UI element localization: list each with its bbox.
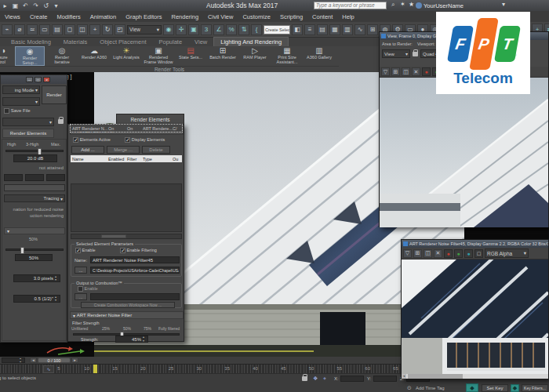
scene-explorer-icon[interactable]: ▦ — [329, 24, 340, 35]
renderer-dropdown[interactable]: ▾ — [2, 118, 54, 126]
scroll-left-arrow[interactable]: ◄ — [402, 374, 406, 379]
elements-hscrollbar[interactable] — [71, 234, 182, 239]
save-file-checkbox[interactable] — [4, 108, 9, 114]
absolute-mode-icon[interactable]: ❖ — [313, 376, 318, 382]
ribbon-tab[interactable]: View — [188, 38, 213, 46]
key-filters-button[interactable]: Key Filters... — [522, 384, 548, 392]
auto-key-icon[interactable]: ◆ — [511, 384, 519, 392]
menu-item[interactable]: Modifiers — [52, 13, 85, 20]
rfw-bottom-hscrollbar[interactable]: ◄ — [402, 374, 548, 379]
keyboard-shortcut-toggle-icon[interactable]: ▣ — [188, 24, 199, 35]
communication-center-icon[interactable]: ✶ — [400, 1, 405, 8]
ribbon-toggle-icon[interactable]: ▥ — [342, 24, 353, 35]
frame-spinner[interactable]: ▴▾ — [2, 358, 25, 363]
angle-snap-icon[interactable]: ∠ — [213, 24, 224, 35]
application-menu-icon[interactable]: ▸ — [0, 2, 10, 10]
add-button[interactable]: Add ... — [71, 146, 104, 154]
combustion-browse-button[interactable]: ... — [75, 293, 87, 300]
blue-channel-icon[interactable]: ● — [464, 249, 473, 258]
rollout-bar[interactable]: ▾ — [4, 227, 65, 234]
enable-checkbox[interactable] — [75, 248, 81, 253]
preset-dropdown[interactable]: ▾ — [2, 97, 40, 106]
diameter-field[interactable]: 0.5 (1/2)"▴▾ — [13, 295, 60, 303]
select-scale-icon[interactable]: ◰ — [115, 24, 125, 35]
element-name-field[interactable]: ART Renderer Noise Filter45 — [90, 256, 180, 263]
merge-button[interactable]: Merge ... — [107, 146, 140, 154]
undo-icon[interactable]: ↶ — [20, 2, 31, 10]
strength-value-field[interactable]: 45%▴▾ — [115, 336, 148, 343]
window-crossing-icon[interactable]: ◫ — [77, 24, 88, 35]
user-avatar-icon[interactable] — [416, 2, 422, 9]
favorites-icon[interactable]: ★ — [409, 1, 414, 8]
ribbon-button[interactable]: ▥ A360 Gallery — [304, 46, 334, 66]
ribbon-tab[interactable]: Object Placement — [93, 38, 152, 46]
scroll-thumb[interactable] — [408, 374, 463, 379]
coord-x-field[interactable] — [340, 376, 364, 382]
menu-item[interactable]: Scripting — [275, 13, 307, 20]
element-table-row[interactable]: ART Renderer N... On On ART Rendere... C… — [71, 125, 182, 132]
ribbon-button[interactable]: ▦ Print Size Assistant... — [272, 46, 302, 66]
workspace-dropdown-icon[interactable]: ▾ — [51, 2, 61, 10]
next-frame-button[interactable]: ► — [71, 358, 78, 363]
rect-selection-region-icon[interactable]: ◻ — [64, 24, 75, 35]
spinner-snap-icon[interactable]: ⇅ — [238, 24, 249, 35]
user-menu-chevron-icon[interactable]: ▾ — [502, 1, 505, 8]
time-slider-bar[interactable]: 0 / 100 — [38, 358, 71, 363]
create-combustion-workspace-button[interactable]: Create Combustion Workspace Now ... — [81, 302, 175, 308]
display-elements-checkbox[interactable] — [125, 137, 130, 143]
enable-filtering-checkbox[interactable] — [120, 248, 125, 253]
select-rotate-icon[interactable]: ↻ — [102, 24, 113, 35]
rfw-bottom-titlebar[interactable]: ART Renderer Noise Filter45, Display Gam… — [402, 240, 548, 248]
ribbon-button[interactable]: ▷ RAM Player — [240, 46, 270, 66]
tracing-dropdown[interactable]: Tracing ▾ — [4, 194, 65, 202]
noise-slider[interactable] — [5, 249, 64, 251]
ribbon-tab[interactable]: Populate — [153, 38, 189, 46]
signed-in-username[interactable]: YourUserName — [424, 2, 464, 9]
selection-lock-icon[interactable] — [302, 376, 307, 381]
menu-item[interactable]: Graph Editors — [121, 13, 166, 20]
time-field-3[interactable] — [46, 174, 65, 181]
select-and-link-icon[interactable]: ⌁ — [2, 24, 13, 35]
select-manipulate-icon[interactable]: ✢ — [176, 24, 187, 35]
rfw-bottom-render-canvas[interactable] — [402, 260, 548, 374]
menu-item[interactable]: Civil View — [203, 13, 238, 20]
select-move-icon[interactable]: + — [89, 24, 100, 35]
alpha-channel-icon[interactable]: □ — [474, 249, 483, 258]
close-icon[interactable]: ✕ — [43, 77, 50, 82]
output-path-field[interactable]: C:\Desktop-Projects\USAirforce-CadetChap… — [90, 267, 180, 274]
named-selection-set-input[interactable]: Create Selection Se — [264, 25, 290, 34]
clone-window-icon[interactable]: ⊞ — [413, 249, 422, 258]
wide-button[interactable] — [4, 184, 65, 191]
green-channel-icon[interactable]: ● — [454, 249, 463, 258]
set-key-button[interactable]: Set Key — [482, 384, 508, 392]
render-button[interactable]: Render — [42, 85, 67, 104]
menu-item[interactable]: Create — [25, 13, 53, 20]
rfw-top-render-canvas[interactable] — [380, 78, 548, 227]
elements-list-empty-area[interactable] — [71, 183, 182, 232]
noise-filter-rollout[interactable]: ▾ ART Renderer Noise Filter — [70, 311, 184, 319]
menu-item[interactable]: Animation — [85, 13, 121, 20]
lock-icon[interactable] — [58, 119, 64, 124]
layer-manager-icon[interactable]: ▤ — [317, 24, 328, 35]
save-image-icon[interactable]: ▽ — [403, 249, 412, 258]
ribbon-tab[interactable]: Basic Modeling — [5, 38, 57, 46]
db-field[interactable]: 20.0 dB — [13, 154, 57, 162]
delete-button[interactable]: Delete — [142, 146, 170, 154]
mirror-icon[interactable]: ◧ — [292, 24, 303, 35]
tab-render-elements[interactable]: Render Elements — [2, 129, 54, 138]
elements-active-checkbox[interactable] — [73, 137, 78, 143]
select-by-name-icon[interactable]: ▤ — [52, 24, 63, 35]
maximize-icon[interactable]: □ — [35, 77, 42, 82]
red-channel-icon[interactable]: ● — [422, 67, 431, 76]
align-icon[interactable]: ≡ — [304, 24, 315, 35]
ribbon-button[interactable]: ◎ Render Iterative — [47, 46, 77, 66]
red-channel-icon[interactable]: ● — [444, 249, 453, 258]
clone-window-icon[interactable]: ⊞ — [391, 67, 400, 76]
time-tag-clock-icon[interactable]: ⊙ — [407, 385, 412, 391]
menu-item[interactable]: Rendering — [166, 13, 203, 20]
fetch-icon[interactable]: ↺ — [41, 2, 51, 10]
save-image-icon[interactable]: ▽ — [381, 67, 390, 76]
time-field-1[interactable] — [4, 174, 23, 181]
coord-y-field[interactable] — [373, 376, 397, 382]
minimize-icon[interactable]: ─ — [26, 77, 33, 82]
